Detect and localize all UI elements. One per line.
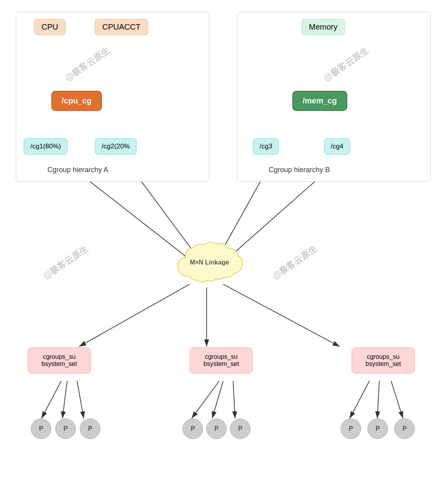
- process-3-3: P: [394, 418, 415, 439]
- svg-line-20: [62, 381, 67, 418]
- svg-line-23: [212, 381, 223, 418]
- subsystem-set-1: cgroups_su bsystem_set: [28, 347, 91, 373]
- hierarchy-box-a: [16, 12, 209, 182]
- process-3-2: P: [367, 418, 388, 439]
- watermark-4: @极客云原生: [270, 243, 319, 282]
- subsystem-set-3: cgroups_su bsystem_set: [352, 347, 415, 373]
- svg-line-26: [377, 381, 379, 418]
- svg-line-22: [192, 381, 219, 418]
- cg2-node: /cg2(20%: [95, 138, 137, 155]
- svg-line-24: [233, 381, 235, 418]
- ss2-label: cgroups_su bsystem_set: [203, 353, 239, 367]
- ss1-label: cgroups_su bsystem_set: [41, 353, 77, 367]
- svg-line-16: [79, 284, 190, 347]
- cg1-node: /cg1(80%): [24, 138, 68, 155]
- hierarchy-b-label: Cgroup hierarchy B: [269, 166, 330, 174]
- svg-line-21: [77, 381, 84, 418]
- svg-line-27: [391, 381, 403, 418]
- process-3-1: P: [341, 418, 361, 439]
- mxn-cloud: M×N Linkage: [170, 241, 249, 288]
- cg4-node: /cg4: [324, 138, 350, 155]
- subsystem-set-2: cgroups_su bsystem_set: [190, 347, 253, 373]
- cpu-cg-root: /cpu_cg: [51, 91, 102, 111]
- svg-line-25: [350, 381, 369, 418]
- process-1-3: P: [80, 418, 100, 439]
- svg-line-18: [223, 284, 340, 347]
- cg3-node: /cg3: [253, 138, 279, 155]
- cloud-label: M×N Linkage: [190, 259, 229, 266]
- process-1-1: P: [31, 418, 51, 439]
- memory-label: Memory: [301, 19, 345, 35]
- mem-cg-root: /mem_cg: [292, 91, 347, 111]
- cpuacct-label: CPUACCT: [95, 19, 148, 35]
- process-2-1: P: [183, 418, 203, 439]
- ss3-label: cgroups_su bsystem_set: [365, 353, 401, 367]
- hierarchy-a-label: Cgroup hierarchy A: [47, 166, 108, 174]
- diagram-container: CPU CPUACCT Memory /cpu_cg /mem_cg /cg1(…: [0, 0, 448, 499]
- process-2-2: P: [206, 418, 227, 439]
- process-2-3: P: [230, 418, 250, 439]
- watermark-3: @极客云原生: [41, 243, 90, 282]
- cpu-label: CPU: [34, 19, 66, 35]
- process-1-2: P: [55, 418, 76, 439]
- svg-line-19: [41, 381, 61, 418]
- cloud-svg: M×N Linkage: [170, 241, 249, 288]
